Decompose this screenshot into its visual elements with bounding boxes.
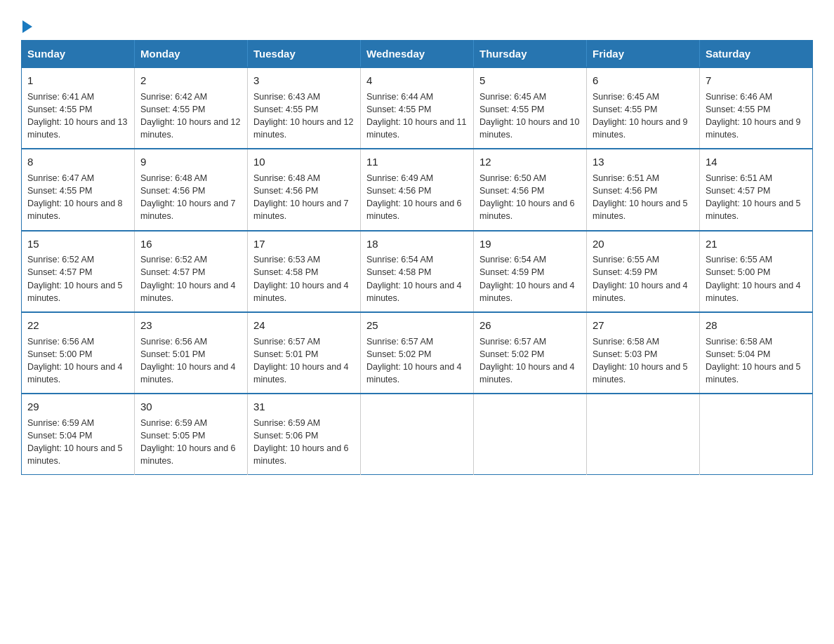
calendar-cell: 31Sunrise: 6:59 AMSunset: 5:06 PMDayligh… xyxy=(248,394,361,475)
calendar-cell: 2Sunrise: 6:42 AMSunset: 4:55 PMDaylight… xyxy=(135,67,248,149)
daylight-label: Daylight: 10 hours and 7 minutes. xyxy=(253,199,349,221)
calendar-cell: 29Sunrise: 6:59 AMSunset: 5:04 PMDayligh… xyxy=(22,394,135,475)
calendar-cell: 25Sunrise: 6:57 AMSunset: 5:02 PMDayligh… xyxy=(361,312,474,394)
sunrise-label: Sunrise: 6:43 AM xyxy=(253,92,320,102)
daylight-label: Daylight: 10 hours and 4 minutes. xyxy=(253,281,349,303)
calendar-cell: 16Sunrise: 6:52 AMSunset: 4:57 PMDayligh… xyxy=(135,231,248,312)
sunrise-label: Sunrise: 6:48 AM xyxy=(253,173,320,183)
daylight-label: Daylight: 10 hours and 4 minutes. xyxy=(706,281,801,303)
day-header-thursday: Thursday xyxy=(474,41,587,68)
day-number: 17 xyxy=(253,236,355,252)
day-number: 3 xyxy=(253,73,355,88)
sunrise-label: Sunrise: 6:51 AM xyxy=(706,173,772,183)
day-number: 29 xyxy=(27,399,128,415)
calendar-week-row: 15Sunrise: 6:52 AMSunset: 4:57 PMDayligh… xyxy=(22,231,813,312)
sunset-label: Sunset: 5:04 PM xyxy=(27,431,92,441)
calendar-cell: 19Sunrise: 6:54 AMSunset: 4:59 PMDayligh… xyxy=(474,231,587,312)
calendar-cell: 11Sunrise: 6:49 AMSunset: 4:56 PMDayligh… xyxy=(361,149,474,230)
sunrise-label: Sunrise: 6:41 AM xyxy=(27,92,94,102)
calendar-cell: 30Sunrise: 6:59 AMSunset: 5:05 PMDayligh… xyxy=(135,394,248,475)
daylight-label: Daylight: 10 hours and 4 minutes. xyxy=(479,281,575,303)
daylight-label: Daylight: 10 hours and 9 minutes. xyxy=(706,117,801,140)
day-header-sunday: Sunday xyxy=(22,41,135,68)
day-number: 24 xyxy=(253,318,355,333)
calendar-cell: 20Sunrise: 6:55 AMSunset: 4:59 PMDayligh… xyxy=(587,231,700,312)
sunset-label: Sunset: 5:00 PM xyxy=(706,267,770,277)
calendar-cell: 28Sunrise: 6:58 AMSunset: 5:04 PMDayligh… xyxy=(700,312,813,394)
calendar-table: SundayMondayTuesdayWednesdayThursdayFrid… xyxy=(21,40,813,475)
sunrise-label: Sunrise: 6:57 AM xyxy=(366,337,433,347)
sunrise-label: Sunrise: 6:58 AM xyxy=(706,337,772,347)
day-number: 8 xyxy=(27,154,128,170)
sunrise-label: Sunrise: 6:51 AM xyxy=(593,173,659,183)
logo-arrow-icon xyxy=(22,20,32,33)
calendar-cell: 5Sunrise: 6:45 AMSunset: 4:55 PMDaylight… xyxy=(474,67,587,149)
daylight-label: Daylight: 10 hours and 6 minutes. xyxy=(366,199,462,221)
daylight-label: Daylight: 10 hours and 5 minutes. xyxy=(593,199,688,221)
day-number: 21 xyxy=(706,236,807,252)
calendar-cell: 4Sunrise: 6:44 AMSunset: 4:55 PMDaylight… xyxy=(361,67,474,149)
sunrise-label: Sunrise: 6:57 AM xyxy=(479,337,546,347)
daylight-label: Daylight: 10 hours and 13 minutes. xyxy=(27,117,127,140)
sunset-label: Sunset: 4:57 PM xyxy=(706,186,770,196)
sunset-label: Sunset: 4:55 PM xyxy=(27,105,92,114)
daylight-label: Daylight: 10 hours and 4 minutes. xyxy=(253,362,349,384)
daylight-label: Daylight: 10 hours and 5 minutes. xyxy=(706,199,801,221)
day-header-saturday: Saturday xyxy=(700,41,813,68)
calendar-week-row: 8Sunrise: 6:47 AMSunset: 4:55 PMDaylight… xyxy=(22,149,813,230)
daylight-label: Daylight: 10 hours and 6 minutes. xyxy=(253,443,349,466)
calendar-cell: 14Sunrise: 6:51 AMSunset: 4:57 PMDayligh… xyxy=(700,149,813,230)
day-number: 2 xyxy=(140,73,241,88)
calendar-cell: 6Sunrise: 6:45 AMSunset: 4:55 PMDaylight… xyxy=(587,67,700,149)
sunset-label: Sunset: 4:56 PM xyxy=(593,186,657,196)
sunrise-label: Sunrise: 6:46 AM xyxy=(706,92,772,102)
day-number: 22 xyxy=(27,318,128,333)
daylight-label: Daylight: 10 hours and 6 minutes. xyxy=(479,199,575,221)
sunset-label: Sunset: 5:02 PM xyxy=(479,349,544,359)
sunset-label: Sunset: 4:55 PM xyxy=(706,105,770,114)
sunrise-label: Sunrise: 6:59 AM xyxy=(140,418,207,428)
day-header-tuesday: Tuesday xyxy=(248,41,361,68)
day-number: 30 xyxy=(140,399,241,415)
daylight-label: Daylight: 10 hours and 4 minutes. xyxy=(366,281,462,303)
daylight-label: Daylight: 10 hours and 12 minutes. xyxy=(253,117,353,140)
day-number: 13 xyxy=(593,154,694,170)
logo xyxy=(21,14,32,33)
daylight-label: Daylight: 10 hours and 9 minutes. xyxy=(593,117,688,140)
sunset-label: Sunset: 5:00 PM xyxy=(27,349,92,359)
daylight-label: Daylight: 10 hours and 6 minutes. xyxy=(140,443,236,466)
calendar-cell: 21Sunrise: 6:55 AMSunset: 5:00 PMDayligh… xyxy=(700,231,813,312)
sunrise-label: Sunrise: 6:58 AM xyxy=(593,337,659,347)
sunrise-label: Sunrise: 6:59 AM xyxy=(253,418,320,428)
sunset-label: Sunset: 4:59 PM xyxy=(593,267,657,277)
sunset-label: Sunset: 4:58 PM xyxy=(366,267,431,277)
sunrise-label: Sunrise: 6:44 AM xyxy=(366,92,433,102)
sunset-label: Sunset: 4:58 PM xyxy=(253,267,318,277)
sunrise-label: Sunrise: 6:50 AM xyxy=(479,173,546,183)
calendar-cell: 10Sunrise: 6:48 AMSunset: 4:56 PMDayligh… xyxy=(248,149,361,230)
calendar-cell: 17Sunrise: 6:53 AMSunset: 4:58 PMDayligh… xyxy=(248,231,361,312)
sunrise-label: Sunrise: 6:56 AM xyxy=(27,337,94,347)
sunset-label: Sunset: 4:56 PM xyxy=(366,186,431,196)
daylight-label: Daylight: 10 hours and 5 minutes. xyxy=(593,362,688,384)
calendar-cell: 18Sunrise: 6:54 AMSunset: 4:58 PMDayligh… xyxy=(361,231,474,312)
sunset-label: Sunset: 4:55 PM xyxy=(27,186,92,196)
sunset-label: Sunset: 4:55 PM xyxy=(593,105,657,114)
calendar-cell: 8Sunrise: 6:47 AMSunset: 4:55 PMDaylight… xyxy=(22,149,135,230)
calendar-cell: 22Sunrise: 6:56 AMSunset: 5:00 PMDayligh… xyxy=(22,312,135,394)
sunrise-label: Sunrise: 6:45 AM xyxy=(479,92,546,102)
day-number: 10 xyxy=(253,154,355,170)
sunrise-label: Sunrise: 6:45 AM xyxy=(593,92,659,102)
sunset-label: Sunset: 4:56 PM xyxy=(253,186,318,196)
daylight-label: Daylight: 10 hours and 7 minutes. xyxy=(140,199,236,221)
calendar-cell: 3Sunrise: 6:43 AMSunset: 4:55 PMDaylight… xyxy=(248,67,361,149)
day-number: 28 xyxy=(706,318,807,333)
calendar-week-row: 22Sunrise: 6:56 AMSunset: 5:00 PMDayligh… xyxy=(22,312,813,394)
daylight-label: Daylight: 10 hours and 5 minutes. xyxy=(27,281,123,303)
day-number: 27 xyxy=(593,318,694,333)
sunrise-label: Sunrise: 6:53 AM xyxy=(253,255,320,264)
calendar-cell: 26Sunrise: 6:57 AMSunset: 5:02 PMDayligh… xyxy=(474,312,587,394)
sunrise-label: Sunrise: 6:49 AM xyxy=(366,173,433,183)
sunrise-label: Sunrise: 6:48 AM xyxy=(140,173,207,183)
sunrise-label: Sunrise: 6:57 AM xyxy=(253,337,320,347)
